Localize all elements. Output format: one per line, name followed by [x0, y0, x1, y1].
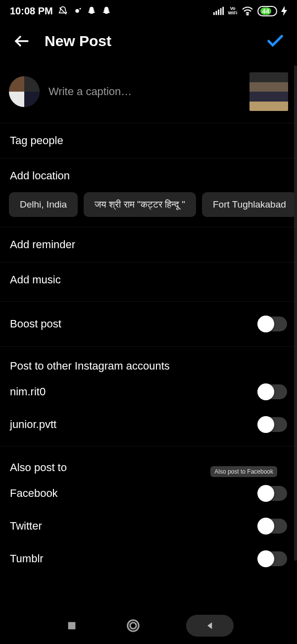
twitter-toggle[interactable] [258, 519, 287, 534]
svg-rect-3 [215, 11, 217, 15]
nav-back-button[interactable] [186, 615, 234, 637]
back-button[interactable] [10, 29, 34, 53]
dnd-icon [58, 6, 68, 16]
android-navbar [0, 607, 297, 644]
square-icon [66, 620, 77, 631]
svg-point-7 [247, 14, 248, 15]
check-icon [265, 31, 285, 51]
tumblr-label: Tumblr [10, 552, 44, 565]
add-location-label: Add location [10, 169, 70, 182]
add-reminder-label: Add reminder [10, 238, 75, 251]
caption-input[interactable]: Write a caption… [49, 85, 241, 98]
add-location-row[interactable]: Add location [0, 159, 297, 185]
wifi-icon [242, 6, 253, 15]
facebook-toggle[interactable] [258, 486, 287, 501]
facebook-row: Facebook Also post to Facebook [0, 477, 297, 510]
recent-apps-button[interactable] [63, 617, 80, 634]
boost-post-label: Boost post [10, 318, 61, 330]
location-suggestions: Delhi, India जय श्री राम "कट्टर हिन्दू "… [0, 185, 297, 227]
facebook-label: Facebook [10, 487, 58, 500]
svg-rect-8 [68, 622, 76, 630]
account-name: nim.rit0 [10, 385, 46, 398]
status-time: 10:08 PM [10, 5, 53, 17]
svg-point-1 [79, 8, 81, 9]
account-toggle[interactable] [258, 417, 287, 432]
svg-rect-2 [213, 12, 215, 15]
tumblr-row: Tumblr [0, 542, 297, 575]
avatar[interactable] [9, 76, 40, 107]
add-reminder-row[interactable]: Add reminder [0, 227, 297, 263]
vowifi-icon: VoWiFi [228, 6, 238, 15]
snapchat-icon [87, 6, 97, 16]
tumblr-toggle[interactable] [258, 551, 287, 566]
add-music-label: Add music [10, 273, 61, 286]
twitter-label: Twitter [10, 520, 42, 533]
circle-icon [126, 618, 141, 633]
battery-indicator: 44 [257, 6, 277, 16]
location-chip[interactable]: जय श्री राम "कट्टर हिन्दू " [84, 192, 196, 217]
svg-rect-4 [218, 9, 219, 15]
tag-people-row[interactable]: Tag people [0, 123, 297, 159]
home-button[interactable] [125, 617, 142, 634]
confirm-button[interactable] [263, 29, 287, 53]
snapchat-icon-2 [101, 6, 111, 16]
status-bar: 10:08 PM VoWiFi 44 [0, 0, 297, 22]
tag-people-label: Tag people [10, 134, 63, 147]
post-thumbnail[interactable] [249, 72, 288, 111]
svg-point-10 [130, 623, 137, 629]
header: New Post [0, 22, 297, 60]
add-music-row[interactable]: Add music [0, 263, 297, 302]
caption-row: Write a caption… [0, 60, 297, 123]
account-name: junior.pvtt [10, 418, 56, 431]
other-accounts-title: Post to other Instagram accounts [0, 347, 297, 376]
boost-post-row: Boost post [0, 302, 297, 347]
account-row: nim.rit0 [0, 376, 297, 408]
location-chip[interactable]: Fort Tughlakabad [202, 192, 297, 217]
triangle-left-icon [205, 621, 215, 631]
location-chip[interactable]: Delhi, India [9, 192, 78, 217]
boost-post-toggle[interactable] [258, 317, 287, 331]
arrow-left-icon [13, 32, 31, 50]
twitter-row: Twitter [0, 510, 297, 542]
signal-icon [213, 6, 224, 15]
battery-level: 44 [260, 7, 271, 15]
dot-icon [73, 6, 82, 15]
facebook-tooltip: Also post to Facebook [210, 466, 277, 477]
svg-point-9 [128, 620, 139, 632]
account-row: junior.pvtt [0, 408, 297, 446]
charging-icon [281, 6, 287, 16]
svg-rect-5 [220, 8, 221, 15]
svg-rect-6 [222, 7, 224, 15]
svg-point-0 [75, 9, 79, 13]
account-toggle[interactable] [258, 384, 287, 399]
page-title: New Post [45, 33, 263, 50]
